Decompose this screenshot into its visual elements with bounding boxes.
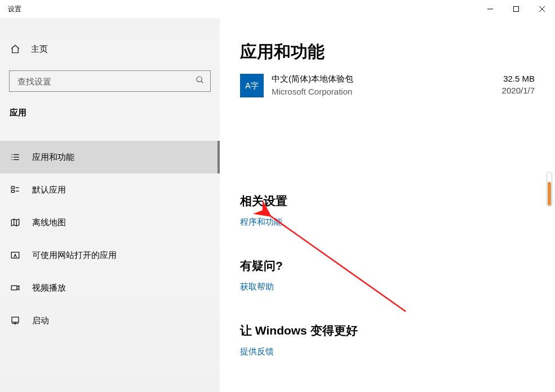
nav-list: 应用和功能 默认应用 离线地图 可使用网站打开的应用 — [0, 141, 220, 337]
scrollbar-thumb[interactable] — [548, 182, 551, 206]
home-icon — [10, 44, 21, 54]
nav-item-label: 离线地图 — [32, 217, 66, 228]
category-label: 应用 — [0, 92, 220, 118]
section-heading: 让 Windows 变得更好 — [240, 323, 535, 338]
nav-item-default-apps[interactable]: 默认应用 — [0, 173, 220, 206]
app-date: 2020/1/7 — [502, 86, 535, 95]
home-label: 主页 — [31, 44, 48, 55]
nav-item-label: 视频播放 — [32, 283, 66, 293]
svg-rect-18 — [12, 317, 19, 322]
page-title: 应用和功能 — [240, 41, 535, 64]
section-related-settings: 相关设置 程序和功能 — [240, 193, 535, 228]
close-button[interactable] — [529, 0, 555, 18]
svg-rect-13 — [11, 190, 14, 193]
svg-rect-17 — [11, 286, 17, 290]
app-publisher: Microsoft Corporation — [272, 87, 494, 96]
svg-point-4 — [197, 77, 202, 82]
section-heading: 相关设置 — [240, 193, 535, 209]
nav-item-video-playback[interactable]: 视频播放 — [0, 271, 220, 304]
svg-rect-12 — [11, 186, 14, 189]
nav-item-label: 可使用网站打开的应用 — [32, 250, 117, 261]
list-icon — [10, 152, 21, 162]
section-improve: 让 Windows 变得更好 提供反馈 — [240, 323, 535, 357]
map-icon — [10, 217, 21, 228]
app-name: 中文(简体)本地体验包 — [272, 74, 494, 84]
nav-item-label: 默认应用 — [32, 185, 66, 195]
nav-item-label: 启动 — [32, 315, 49, 326]
nav-item-apps-features[interactable]: 应用和功能 — [0, 141, 220, 173]
link-get-help[interactable]: 获取帮助 — [240, 282, 535, 292]
search-input[interactable] — [17, 77, 167, 86]
sidebar: 主页 应用 应用和功能 默认应用 — [0, 18, 220, 392]
section-heading: 有疑问? — [240, 258, 535, 274]
window-title: 设置 — [8, 5, 21, 14]
search-icon — [196, 75, 205, 87]
maximize-button[interactable] — [503, 0, 529, 18]
open-icon — [10, 250, 21, 260]
startup-icon — [10, 315, 21, 326]
app-right-info: 32.5 MB 2020/1/7 — [502, 74, 535, 95]
section-question: 有疑问? 获取帮助 — [240, 258, 535, 292]
defaults-icon — [10, 185, 21, 195]
home-link[interactable]: 主页 — [0, 38, 220, 60]
app-list-item[interactable]: A字 中文(简体)本地体验包 Microsoft Corporation 32.… — [240, 74, 535, 97]
minimize-button[interactable] — [477, 0, 503, 18]
svg-rect-1 — [514, 7, 519, 12]
app-icon-text: A字 — [245, 82, 258, 90]
nav-item-startup[interactable]: 启动 — [0, 304, 220, 337]
app-meta: 中文(简体)本地体验包 Microsoft Corporation — [272, 74, 494, 96]
main-panel: 应用和功能 A字 中文(简体)本地体验包 Microsoft Corporati… — [220, 18, 555, 392]
svg-line-5 — [201, 81, 203, 83]
nav-item-apps-for-websites[interactable]: 可使用网站打开的应用 — [0, 239, 220, 271]
nav-item-offline-maps[interactable]: 离线地图 — [0, 206, 220, 239]
link-programs-and-features[interactable]: 程序和功能 — [240, 217, 535, 228]
titlebar: 设置 — [0, 0, 555, 18]
window-controls — [477, 0, 555, 18]
nav-item-label: 应用和功能 — [32, 152, 74, 163]
app-size: 32.5 MB — [502, 74, 535, 83]
vertical-scrollbar[interactable] — [547, 172, 552, 207]
search-box[interactable] — [9, 70, 211, 92]
link-feedback[interactable]: 提供反馈 — [240, 346, 535, 357]
video-icon — [10, 283, 21, 293]
app-icon: A字 — [240, 74, 264, 97]
